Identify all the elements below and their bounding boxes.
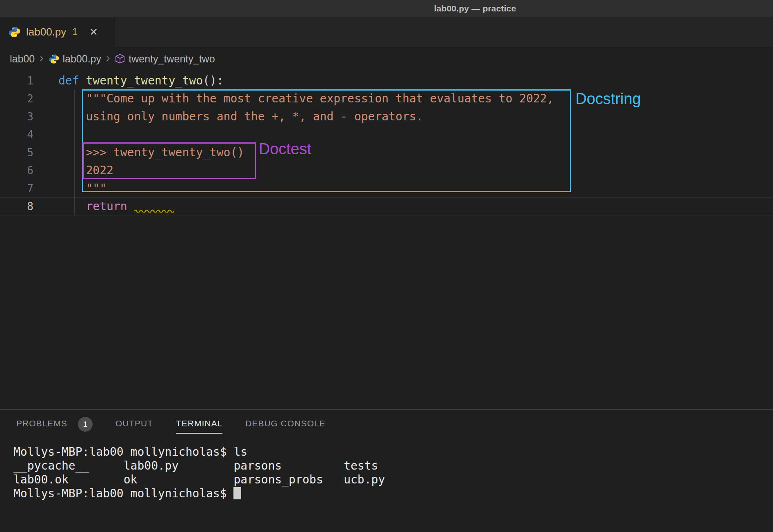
- line-text: """Come up with the most creative expres…: [33, 90, 554, 108]
- python-icon: [8, 26, 21, 38]
- panel-tab-label: DEBUG CONSOLE: [245, 419, 325, 428]
- code-line-4[interactable]: 4: [0, 126, 773, 144]
- line-number[interactable]: 3: [0, 108, 33, 126]
- terminal-line: Mollys-MBP:lab00 mollynicholas$ ls: [13, 445, 773, 459]
- line-text: """: [33, 180, 107, 197]
- panel-tab-label: TERMINAL: [176, 419, 222, 428]
- line-number[interactable]: 5: [0, 144, 33, 162]
- line-number[interactable]: 7: [0, 180, 33, 197]
- code-token: [58, 146, 86, 159]
- line-text: def twenty_twenty_two():: [33, 72, 224, 90]
- breadcrumb-folder-label: lab00: [10, 53, 35, 65]
- bottom-panel: PROBLEMS1OUTPUTTERMINALDEBUG CONSOLE Mol…: [0, 409, 773, 532]
- line-number[interactable]: 4: [0, 126, 33, 144]
- doctest-annotation-label: Doctest: [259, 140, 311, 158]
- editor-tabstrip: lab00.py 1 ✕: [0, 17, 773, 47]
- code-token: 2022: [86, 164, 113, 177]
- terminal-line: Mollys-MBP:lab00 mollynicholas$: [13, 487, 773, 501]
- terminal-line-text: __pycache__ lab00.py parsons tests: [13, 459, 378, 472]
- warning-squiggle-icon: [134, 208, 174, 213]
- breadcrumb-symbol-label: twenty_twenty_two: [129, 53, 215, 65]
- problems-count-badge: 1: [78, 417, 93, 432]
- code-token: return: [86, 200, 134, 213]
- terminal-line-text: lab00.ok ok parsons_probs ucb.py: [13, 473, 385, 486]
- panel-tab-terminal[interactable]: TERMINAL: [176, 419, 222, 434]
- terminal-cursor: [233, 487, 241, 499]
- line-text: return: [33, 198, 174, 215]
- line-number[interactable]: 2: [0, 90, 33, 108]
- line-text: >>> twenty_twenty_two(): [33, 144, 244, 162]
- tab-label: lab00.py: [26, 26, 66, 38]
- code-token: >>> twenty_twenty_two(): [86, 146, 244, 159]
- terminal-output[interactable]: Mollys-MBP:lab00 mollynicholas$ ls__pyca…: [13, 445, 773, 501]
- window-titlebar: lab00.py — practice: [0, 0, 773, 17]
- code-token: """: [58, 182, 107, 195]
- code-line-5[interactable]: 5 >>> twenty_twenty_two(): [0, 144, 773, 162]
- line-number[interactable]: 1: [0, 72, 33, 90]
- breadcrumb: lab00 › lab00.py › twenty_twenty_two: [0, 47, 773, 71]
- panel-tab-label: PROBLEMS: [16, 419, 67, 428]
- code-token: using only numbers and the +, *, and - o…: [86, 110, 423, 123]
- tab-lab00py[interactable]: lab00.py 1 ✕: [0, 17, 115, 47]
- breadcrumb-item-folder[interactable]: lab00: [10, 53, 35, 65]
- code-editor[interactable]: 1def twenty_twenty_two():2 """Come up wi…: [0, 71, 773, 409]
- terminal-line: __pycache__ lab00.py parsons tests: [13, 459, 773, 473]
- code-token: def: [58, 74, 86, 87]
- panel-tabs: PROBLEMS1OUTPUTTERMINALDEBUG CONSOLE: [0, 410, 773, 434]
- code-line-2[interactable]: 2 """Come up with the most creative expr…: [0, 90, 773, 108]
- code-line-1[interactable]: 1def twenty_twenty_two():: [0, 72, 773, 90]
- breadcrumb-item-symbol[interactable]: twenty_twenty_two: [115, 53, 215, 65]
- panel-tab-problems[interactable]: PROBLEMS1: [16, 419, 93, 434]
- breadcrumb-item-file[interactable]: lab00.py: [49, 53, 102, 65]
- line-text: [33, 126, 58, 144]
- line-text: 2022: [33, 162, 113, 180]
- terminal-line-text: Mollys-MBP:lab00 mollynicholas$: [13, 487, 233, 500]
- terminal-line-text: Mollys-MBP:lab00 mollynicholas$ ls: [13, 445, 247, 459]
- code-token: """Come up with the most creative expres…: [86, 92, 553, 105]
- python-icon: [49, 53, 60, 64]
- code-token: [58, 200, 86, 213]
- docstring-annotation-label: Docstring: [575, 90, 641, 108]
- code-line-3[interactable]: 3 using only numbers and the +, *, and -…: [0, 108, 773, 126]
- panel-tab-output[interactable]: OUTPUT: [116, 419, 153, 434]
- code-token: [58, 92, 86, 105]
- code-lines: 1def twenty_twenty_two():2 """Come up wi…: [0, 72, 773, 215]
- chevron-right-icon: ›: [40, 52, 43, 65]
- code-line-6[interactable]: 6 2022: [0, 162, 773, 180]
- line-text: using only numbers and the +, *, and - o…: [33, 108, 423, 126]
- code-line-8[interactable]: 8 return: [0, 197, 773, 215]
- line-number[interactable]: 6: [0, 162, 33, 180]
- code-line-7[interactable]: 7 """: [0, 180, 773, 197]
- panel-tab-label: OUTPUT: [116, 419, 153, 428]
- code-token: ():: [203, 74, 224, 87]
- tab-problems-count: 1: [72, 27, 78, 38]
- tab-close-icon[interactable]: ✕: [89, 27, 98, 37]
- terminal-line: lab00.ok ok parsons_probs ucb.py: [13, 473, 773, 487]
- code-token: [58, 110, 86, 123]
- code-token: [58, 164, 86, 177]
- breadcrumb-file-label: lab00.py: [63, 53, 102, 65]
- line-number[interactable]: 8: [0, 198, 33, 215]
- code-token: twenty_twenty_two: [86, 74, 203, 87]
- chevron-right-icon: ›: [106, 52, 110, 65]
- indent-guide: [74, 90, 75, 215]
- window-title: lab00.py — practice: [434, 4, 516, 13]
- panel-tab-debug-console[interactable]: DEBUG CONSOLE: [245, 419, 325, 434]
- symbol-namespace-icon: [115, 53, 125, 64]
